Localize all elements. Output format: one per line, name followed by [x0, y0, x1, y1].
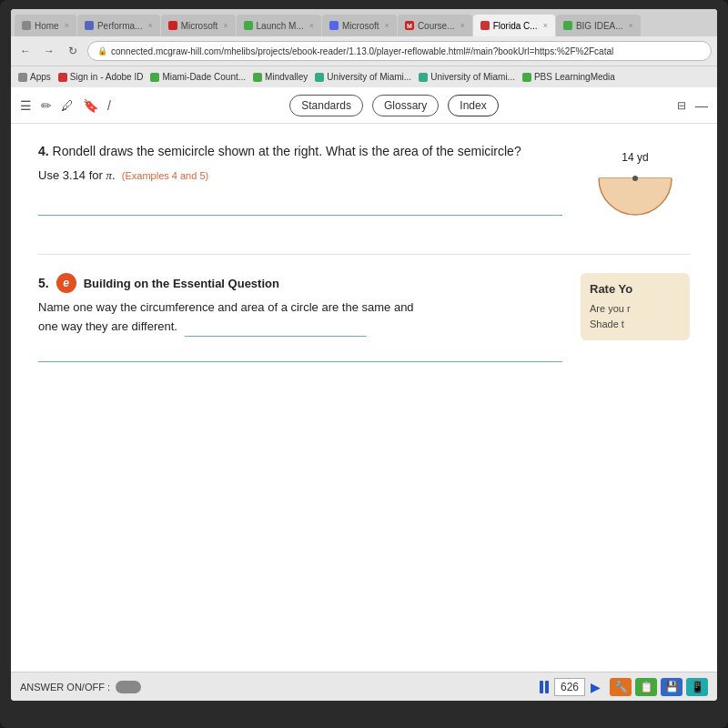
rate-line1: Are you r	[590, 303, 631, 314]
tab-launch[interactable]: Launch M... ×	[237, 15, 322, 36]
svg-point-1	[632, 176, 638, 181]
tab-close-ms2[interactable]: ×	[385, 21, 389, 30]
address-bar[interactable]: 🔒 connected.mcgraw-hill.com/mhelibs/proj…	[87, 41, 712, 61]
tab-course[interactable]: M Course... ×	[398, 15, 472, 36]
layout-icon[interactable]: ⊟	[677, 99, 686, 112]
tool-icon-2[interactable]: 📋	[635, 678, 657, 696]
main-content: 4. Rondell draws the semicircle shown at…	[11, 124, 717, 672]
pause-icon[interactable]	[540, 681, 549, 693]
answer-line-4[interactable]	[38, 197, 562, 216]
question-4-body: Rondell draws the semicircle shown at th…	[53, 144, 521, 158]
bookmark-favicon-pbs	[522, 73, 531, 82]
bookmark-favicon-adobe	[58, 73, 67, 82]
lock-icon: 🔒	[97, 46, 107, 56]
minus-icon[interactable]: —	[695, 98, 708, 113]
semicircle-diagram	[590, 167, 681, 227]
pause-bar-1	[540, 681, 543, 693]
text-icon[interactable]: /	[107, 98, 111, 113]
tab-favicon-ms1	[168, 21, 177, 30]
bookmark-apps[interactable]: Apps	[18, 72, 51, 82]
bookmark-label-adobe: Sign in - Adobe ID	[70, 72, 144, 82]
tab-performa[interactable]: Performa... ×	[77, 15, 160, 36]
bookmark-favicon-miami1	[315, 73, 324, 82]
rate-panel-body: Are you r Shade t	[590, 301, 681, 331]
back-button[interactable]: ←	[16, 42, 35, 60]
index-button[interactable]: Index	[448, 95, 498, 116]
pause-bar-2	[545, 681, 549, 693]
question-5-text-part1: Name one way the circumference and area …	[38, 300, 414, 314]
tab-favicon-course: M	[405, 21, 414, 30]
tab-close-performa[interactable]: ×	[147, 21, 152, 30]
tab-bigidea[interactable]: BIG IDEA... ×	[556, 15, 641, 36]
question-4-text: 4. Rondell draws the semicircle shown at…	[38, 142, 562, 161]
tab-label-bigidea: BIG IDEA...	[576, 21, 623, 31]
browser-chrome: Home × Performa... × Microsoft × Launch …	[11, 9, 717, 87]
tab-close-home[interactable]: ×	[65, 21, 69, 30]
tab-florida[interactable]: Florida C... ×	[473, 15, 555, 36]
bookmark-icon[interactable]: 🔖	[83, 98, 98, 113]
tab-favicon-bigidea	[563, 21, 572, 30]
tool-icon-3[interactable]: 💾	[661, 678, 682, 696]
tab-favicon-launch	[244, 21, 253, 30]
tab-close-bigidea[interactable]: ×	[629, 21, 633, 30]
address-bar-row: ← → ↻ 🔒 connected.mcgraw-hill.com/mhelib…	[11, 36, 717, 66]
question-4-number: 4.	[38, 144, 49, 158]
tab-label-course: Course...	[418, 21, 455, 31]
tab-label-home: Home	[35, 21, 59, 31]
bookmark-pbs[interactable]: PBS LearningMedia	[522, 72, 615, 82]
standards-button[interactable]: Standards	[289, 95, 363, 116]
tab-close-course[interactable]: ×	[460, 21, 464, 30]
question-5-text-part2: one way they are different.	[38, 319, 177, 333]
reader-toolbar: ☰ ✏ 🖊 🔖 / Standards Glossary Index ⊟ —	[11, 87, 717, 124]
bookmark-miami1[interactable]: University of Miami...	[315, 72, 411, 82]
bookmark-favicon-apps	[18, 73, 27, 82]
tab-home[interactable]: Home ×	[15, 15, 76, 36]
tool-icon-4[interactable]: 📱	[686, 678, 708, 696]
tab-close-launch[interactable]: ×	[309, 21, 314, 30]
pi-text: Use 3.14 for π.	[38, 168, 118, 182]
bookmark-favicon-miami-dade	[150, 73, 159, 82]
pencil-icon[interactable]: ✏	[41, 98, 52, 113]
bookmark-miami2[interactable]: University of Miami...	[419, 72, 515, 82]
rate-line2: Shade t	[590, 318, 624, 329]
tab-microsoft2[interactable]: Microsoft ×	[322, 15, 397, 36]
forward-button[interactable]: →	[40, 42, 58, 60]
page-number: 626	[554, 678, 585, 696]
bookmark-miami-dade[interactable]: Miami-Dade Count...	[150, 72, 246, 82]
answer-toggle-area: ANSWER ON/OFF :	[20, 681, 141, 693]
bookmark-favicon-miami2	[419, 73, 428, 82]
rate-panel-title: Rate Yo	[590, 282, 681, 296]
refresh-button[interactable]: ↻	[64, 42, 82, 60]
tab-favicon-performa	[85, 21, 94, 30]
next-page-button[interactable]: ▶	[591, 680, 601, 694]
rate-yourself-panel: Rate Yo Are you r Shade t	[581, 273, 690, 340]
question-5-header: 5. e Building on the Essential Question	[38, 273, 562, 293]
laptop-bezel: Home × Performa... × Microsoft × Launch …	[0, 0, 728, 728]
bookmark-label-pbs: PBS LearningMedia	[534, 72, 615, 82]
tool-icon-1[interactable]: 🔧	[610, 678, 632, 696]
answer-toggle-switch[interactable]	[116, 681, 141, 693]
building-label: Building on the Essential Question	[84, 277, 279, 290]
tab-microsoft1[interactable]: Microsoft ×	[161, 15, 236, 36]
question-4-block: 4. Rondell draws the semicircle shown at…	[38, 142, 690, 227]
tab-label-ms1: Microsoft	[181, 21, 218, 31]
pen-icon[interactable]: 🖊	[61, 98, 74, 113]
tab-favicon-home	[22, 21, 31, 30]
glossary-button[interactable]: Glossary	[372, 95, 439, 116]
diagram-area: 14 yd	[581, 142, 690, 227]
bookmark-label-apps: Apps	[30, 72, 51, 82]
hamburger-icon[interactable]: ☰	[20, 98, 32, 113]
tab-close-ms1[interactable]: ×	[223, 21, 228, 30]
answer-line-5-short[interactable]	[185, 336, 367, 337]
bookmark-adobe[interactable]: Sign in - Adobe ID	[58, 72, 144, 82]
tab-label-launch: Launch M...	[257, 21, 304, 31]
answer-line-5[interactable]	[38, 344, 562, 362]
tab-label-florida: Florida C...	[493, 21, 538, 31]
essential-question-icon: e	[56, 273, 76, 293]
examples-note: (Examples 4 and 5)	[122, 170, 208, 181]
question-5-text-area: 5. e Building on the Essential Question …	[38, 273, 562, 362]
bookmark-favicon-mindvalley	[253, 73, 262, 82]
tab-close-florida[interactable]: ×	[543, 21, 548, 30]
bookmarks-bar: Apps Sign in - Adobe ID Miami-Dade Count…	[11, 66, 717, 87]
bookmark-mindvalley[interactable]: Mindvalley	[253, 72, 308, 82]
